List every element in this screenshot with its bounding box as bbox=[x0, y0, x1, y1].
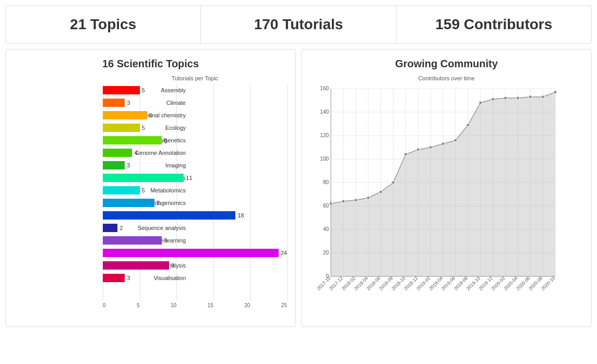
bar-area: 5 bbox=[103, 84, 287, 96]
bar-fill bbox=[103, 149, 132, 157]
bar-chart-panel: 16 Scientific Topics Tutorials per Topic… bbox=[5, 49, 296, 327]
bar-fill bbox=[103, 124, 140, 132]
bar-area: 6 bbox=[103, 110, 287, 121]
bar-row: Introduction to Galaxy Analyses11 bbox=[103, 172, 287, 184]
bar-fill bbox=[103, 86, 140, 94]
line-chart-canvas bbox=[310, 83, 560, 318]
bar-fill bbox=[103, 261, 169, 270]
bar-area: 3 bbox=[103, 97, 287, 108]
bar-value-label: 8 bbox=[164, 237, 167, 244]
bar-chart-container: Assembly5Climate3Computational chemistry… bbox=[14, 84, 287, 300]
bar-chart-title: 16 Scientific Topics bbox=[14, 58, 287, 70]
bar-area: 7 bbox=[103, 197, 287, 209]
bar-chart-subtitle: Tutorials per Topic bbox=[14, 75, 287, 81]
bar-fill bbox=[103, 224, 117, 232]
contributors-label: 159 Contributors bbox=[435, 16, 552, 32]
bar-row: Epigenetics8 bbox=[103, 135, 287, 146]
bar-fill bbox=[103, 136, 162, 144]
bar-fill bbox=[103, 236, 162, 245]
bar-value-label: 3 bbox=[127, 100, 130, 106]
line-chart-wrapper bbox=[310, 83, 583, 318]
bar-area: 5 bbox=[103, 122, 287, 134]
bar-area: 3 bbox=[103, 160, 287, 171]
bar-area: 24 bbox=[103, 247, 287, 259]
bar-fill bbox=[103, 186, 140, 195]
line-chart-subtitle: Contributors over time bbox=[310, 75, 583, 81]
bar-area: 4 bbox=[103, 147, 287, 159]
line-chart-title: Growing Community bbox=[310, 58, 583, 70]
bar-value-label: 7 bbox=[157, 200, 160, 206]
bar-area: 9 bbox=[103, 260, 287, 271]
bar-value-label: 5 bbox=[142, 125, 145, 131]
bar-fill bbox=[103, 99, 125, 107]
bar-row: Metagenomics7 bbox=[103, 197, 287, 209]
bar-row: Visualisation3 bbox=[103, 272, 287, 284]
bar-fill bbox=[103, 274, 125, 282]
bar-value-label: 2 bbox=[120, 225, 123, 231]
bar-value-label: 5 bbox=[142, 187, 145, 193]
bar-area: 2 bbox=[103, 222, 287, 234]
bar-fill bbox=[103, 249, 279, 257]
bar-value-label: 3 bbox=[127, 162, 130, 168]
bar-area: 8 bbox=[103, 235, 287, 246]
bar-area: 18 bbox=[103, 210, 287, 221]
bar-value-label: 9 bbox=[171, 262, 174, 269]
bar-fill bbox=[103, 161, 125, 169]
bar-row: Proteomics18 bbox=[103, 210, 287, 221]
bar-row: Statistics and machine learning8 bbox=[103, 235, 287, 246]
topics-stat: 21 Topics bbox=[6, 6, 201, 43]
x-axis: 0510152025 bbox=[14, 302, 287, 308]
main-content: 16 Scientific Topics Tutorials per Topic… bbox=[5, 49, 592, 327]
bar-value-label: 11 bbox=[186, 175, 192, 181]
bar-value-label: 24 bbox=[281, 250, 287, 256]
bar-row: Ecology5 bbox=[103, 122, 287, 134]
bar-row: Transcriptomics24 bbox=[103, 247, 287, 259]
bar-area: 5 bbox=[103, 185, 287, 196]
bar-area: 3 bbox=[103, 272, 287, 284]
x-axis-labels: 0510152025 bbox=[103, 302, 287, 308]
bar-row: Sequence analysis2 bbox=[103, 222, 287, 234]
bar-row: Variant Analysis9 bbox=[103, 260, 287, 271]
bar-row: Metabolomics5 bbox=[103, 185, 287, 196]
contributors-stat: 159 Contributors bbox=[397, 6, 591, 43]
bar-value-label: 8 bbox=[164, 137, 167, 143]
bar-value-label: 4 bbox=[134, 150, 137, 156]
bar-row: Climate3 bbox=[103, 97, 287, 108]
bar-value-label: 5 bbox=[142, 87, 145, 93]
bar-row: Genome Annotation4 bbox=[103, 147, 287, 159]
bar-fill bbox=[103, 174, 184, 182]
bar-area: 11 bbox=[103, 172, 287, 184]
bar-value-label: 18 bbox=[237, 212, 244, 219]
bar-value-label: 6 bbox=[149, 112, 152, 118]
bar-area: 8 bbox=[103, 135, 287, 146]
line-chart-panel: Growing Community Contributors over time bbox=[301, 49, 592, 327]
bar-fill bbox=[103, 199, 154, 207]
topics-label: 21 Topics bbox=[70, 16, 136, 32]
tutorials-label: 170 Tutorials bbox=[254, 16, 343, 32]
top-stats-bar: 21 Topics 170 Tutorials 159 Contributors bbox=[5, 5, 592, 44]
tutorials-stat: 170 Tutorials bbox=[201, 6, 396, 43]
bar-value-label: 3 bbox=[127, 275, 130, 281]
bar-fill bbox=[103, 111, 147, 119]
bar-row: Computational chemistry6 bbox=[103, 110, 287, 121]
bar-fill bbox=[103, 211, 235, 220]
bar-row: Imaging3 bbox=[103, 160, 287, 171]
bar-row: Assembly5 bbox=[103, 84, 287, 96]
